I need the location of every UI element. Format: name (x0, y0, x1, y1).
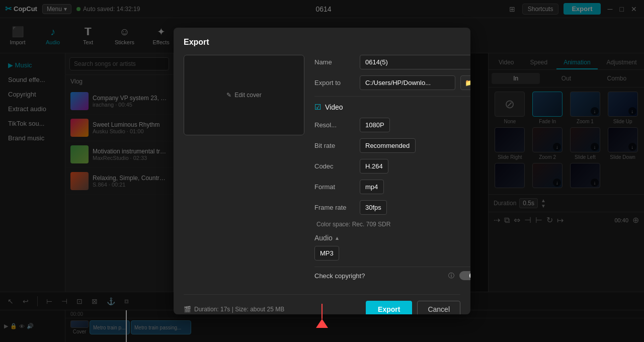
bitrate-select[interactable]: Recommended (360, 138, 416, 153)
copyright-row: Check copyright? ⓘ (314, 267, 470, 284)
format-select[interactable]: mp4 (360, 180, 384, 194)
video-check-icon: ☑ (314, 103, 321, 112)
modal-overlay: Export ✎ Edit cover Name Export to (0, 0, 644, 342)
bitrate-label: Bit rate (314, 142, 355, 149)
edit-cover-button[interactable]: ✎ Edit cover (184, 55, 304, 135)
copyright-toggle[interactable] (459, 271, 470, 280)
copyright-label: Check copyright? (314, 272, 443, 280)
export-duration-size: Duration: 17s | Size: about 25 MB (194, 306, 284, 313)
copyright-info-icon[interactable]: ⓘ (448, 272, 454, 280)
format-row: Format mp4 (314, 180, 470, 194)
divider-1 (314, 96, 470, 97)
browse-folder-button[interactable]: 📁 (460, 75, 470, 90)
film-icon: 🎬 (184, 306, 191, 313)
bitrate-select-wrapper: Recommended (360, 138, 470, 153)
export-modal: Export ✎ Edit cover Name Export to (174, 28, 470, 314)
modal-form: Name Export to 📁 ☑ Video ▴ (314, 55, 470, 284)
codec-row: Codec H.264 (314, 159, 470, 174)
arrow-up (316, 319, 328, 328)
colorspace-note: Color space: Rec. 709 SDR (314, 221, 470, 228)
framerate-select[interactable]: 30fps (360, 200, 387, 215)
edit-cover-label: Edit cover (234, 92, 261, 99)
name-label: Name (314, 58, 355, 66)
format-label: Format (314, 183, 355, 191)
modal-cover-section: ✎ Edit cover (184, 55, 304, 284)
cancel-button[interactable]: Cancel (417, 301, 460, 314)
modal-actions: Export Cancel (366, 301, 460, 314)
framerate-label: Frame rate (314, 204, 355, 211)
audio-section-title: Audio ▴ (314, 234, 470, 242)
codec-select-wrapper: H.264 (360, 159, 470, 174)
name-input[interactable] (360, 55, 470, 69)
audio-collapse-icon[interactable]: ▴ (336, 234, 339, 241)
video-section-title: ☑ Video ▴ (314, 103, 470, 112)
modal-body: ✎ Edit cover Name Export to 📁 (184, 55, 460, 284)
resolution-label: Resol... (314, 121, 355, 129)
export-to-row: Export to 📁 (314, 75, 470, 90)
framerate-select-wrapper: 30fps (360, 200, 470, 215)
resolution-row: Resol... 1080P (314, 118, 470, 132)
audio-section-label: Audio (314, 234, 333, 242)
format-select-wrapper: mp4 (360, 180, 470, 194)
audio-format-select[interactable]: MP3 (314, 246, 339, 261)
name-row: Name (314, 55, 470, 69)
modal-title: Export (184, 38, 460, 47)
export-info: 🎬 Duration: 17s | Size: about 25 MB (184, 306, 284, 313)
audio-format-row: MP3 (314, 246, 470, 261)
modal-footer: 🎬 Duration: 17s | Size: about 25 MB Expo… (184, 294, 460, 314)
bitrate-row: Bit rate Recommended (314, 138, 470, 153)
audio-format-wrapper: MP3 (314, 246, 470, 261)
video-section-label: Video (325, 103, 343, 111)
codec-label: Codec (314, 162, 355, 170)
edit-icon: ✎ (226, 92, 231, 99)
resolution-select[interactable]: 1080P (360, 118, 390, 132)
toggle-knob (469, 272, 470, 279)
resolution-select-wrapper: 1080P (360, 118, 470, 132)
audio-section: Audio ▴ MP3 (314, 234, 470, 261)
codec-select[interactable]: H.264 (360, 159, 388, 174)
export-to-label: Export to (314, 79, 355, 87)
export-button[interactable]: Export (366, 301, 412, 314)
framerate-row: Frame rate 30fps (314, 200, 470, 215)
export-path-input[interactable] (360, 75, 455, 90)
